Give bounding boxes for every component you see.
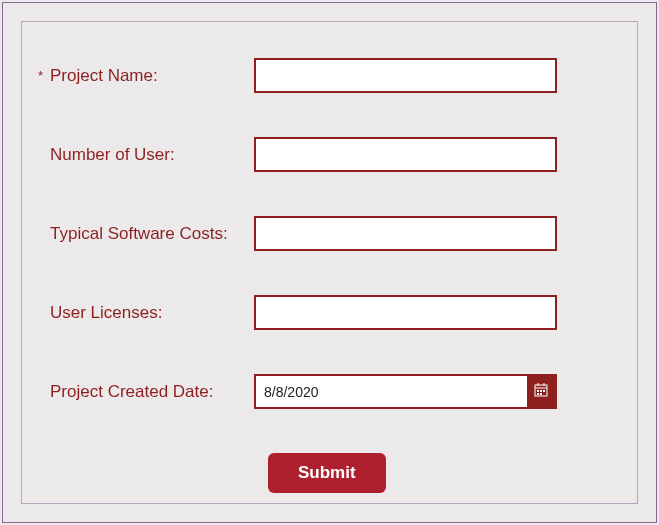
label-user-licenses: User Licenses: xyxy=(50,303,254,323)
svg-rect-5 xyxy=(540,390,542,392)
date-field-wrapper xyxy=(254,374,557,409)
row-user-licenses: User Licenses: xyxy=(50,295,609,330)
row-project-created-date: Project Created Date: xyxy=(50,374,609,409)
label-typical-software-costs: Typical Software Costs: xyxy=(50,224,254,244)
row-project-name: * Project Name: xyxy=(50,58,609,93)
row-number-of-user: Number of User: xyxy=(50,137,609,172)
input-project-name[interactable] xyxy=(254,58,557,93)
label-project-name: Project Name: xyxy=(50,66,254,86)
form-container: * Project Name: Number of User: Typical … xyxy=(21,21,638,504)
svg-rect-7 xyxy=(537,393,539,395)
submit-button[interactable]: Submit xyxy=(268,453,386,493)
submit-row: Submit xyxy=(50,453,609,493)
date-picker-button[interactable] xyxy=(527,376,555,407)
svg-rect-4 xyxy=(537,390,539,392)
svg-rect-6 xyxy=(543,390,545,392)
label-project-created-date: Project Created Date: xyxy=(50,382,254,402)
input-project-created-date[interactable] xyxy=(256,376,527,407)
calendar-icon xyxy=(534,383,548,400)
input-number-of-user[interactable] xyxy=(254,137,557,172)
svg-rect-8 xyxy=(540,393,542,395)
input-typical-software-costs[interactable] xyxy=(254,216,557,251)
label-number-of-user: Number of User: xyxy=(50,145,254,165)
outer-frame: * Project Name: Number of User: Typical … xyxy=(2,2,657,523)
input-user-licenses[interactable] xyxy=(254,295,557,330)
row-typical-software-costs: Typical Software Costs: xyxy=(50,216,609,251)
